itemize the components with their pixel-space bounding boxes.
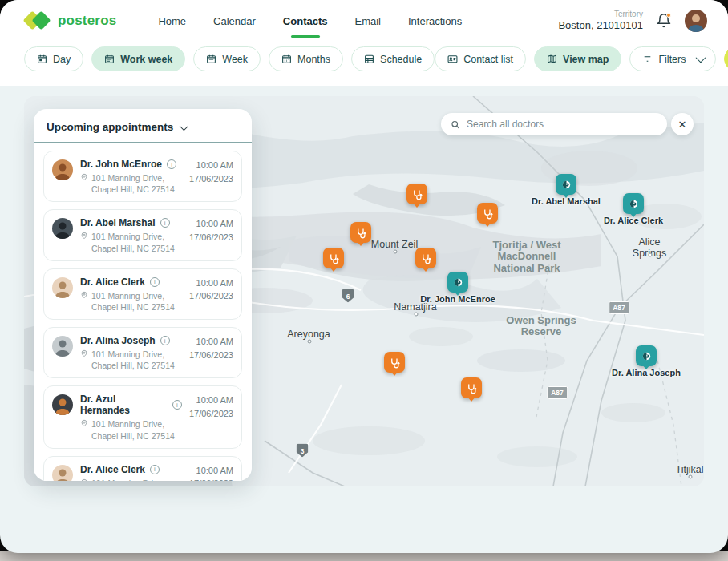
doctor-name: Dr. Alice Clerk xyxy=(80,276,145,288)
appointment-time: 10:00 AM xyxy=(189,276,233,290)
calendar-month-icon xyxy=(281,54,292,64)
day-view-button[interactable]: Day xyxy=(24,46,83,71)
toolbar-actions: Contact list View map Filters New appoin… xyxy=(435,46,728,71)
contact-list-button[interactable]: Contact list xyxy=(435,46,526,71)
user-avatar[interactable] xyxy=(685,10,707,32)
location-pin-icon xyxy=(80,349,88,357)
appointment-card[interactable]: Dr. Alice Clerk i 101 Manning Drive, Cha… xyxy=(43,268,242,320)
doctor-address: 101 Manning Drive, Chapel Hill, NC 27514 xyxy=(91,290,182,313)
doctor-avatar xyxy=(52,394,73,415)
appointment-time: 10:00 AM xyxy=(189,159,233,172)
appointment-date: 17/06/2023 xyxy=(189,172,233,186)
doctor-avatar xyxy=(52,277,73,298)
doctor-marker[interactable] xyxy=(636,345,657,366)
upcoming-appointments-panel: Upcoming appointments Dr. John McEnroe i… xyxy=(34,109,252,481)
appointment-date: 17/06/2023 xyxy=(189,477,233,481)
appointments-list: Dr. John McEnroe i 101 Manning Drive, Ch… xyxy=(34,143,252,481)
map-icon xyxy=(547,54,557,64)
location-pin-icon xyxy=(80,173,88,181)
doctor-address: 101 Manning Drive, Chapel Hill, NC 27514 xyxy=(91,231,182,253)
week-view-button[interactable]: Week xyxy=(193,46,261,71)
filters-button[interactable]: Filters xyxy=(629,46,716,71)
doctor-profile-icon xyxy=(452,276,464,289)
clinic-marker[interactable] xyxy=(415,248,436,268)
nav-item-interactions[interactable]: Interactions xyxy=(408,0,462,42)
search-input[interactable] xyxy=(467,119,657,130)
nav-item-email[interactable]: Email xyxy=(354,0,381,42)
view-switcher: Day Work week Week Months Schedule xyxy=(24,46,435,71)
nav-item-contacts[interactable]: Contacts xyxy=(283,0,328,42)
town-dot xyxy=(394,250,398,254)
doctor-marker[interactable] xyxy=(556,174,576,195)
doctor-marker[interactable] xyxy=(447,272,468,293)
doctor-profile-icon xyxy=(641,350,653,362)
brand-name: posteros xyxy=(58,13,116,29)
appointment-time: 10:00 AM xyxy=(189,394,233,407)
notification-dot xyxy=(666,13,671,18)
view-map-button[interactable]: View map xyxy=(534,46,621,71)
appointment-card[interactable]: Dr. Alice Clerk i 101 Manning Drive, Cha… xyxy=(43,456,242,481)
close-map-button[interactable]: ✕ xyxy=(671,113,694,135)
app-window: posteros Home Calendar Contacts Email In… xyxy=(0,0,728,553)
brand-logo-icon xyxy=(24,10,51,31)
appointment-card[interactable]: Dr. Azul Hernandes i 101 Manning Drive, … xyxy=(43,385,242,448)
stethoscope-icon xyxy=(411,188,423,200)
schedule-grid-icon xyxy=(364,54,374,64)
territory-info: Territory Boston, 21010101 xyxy=(558,10,643,33)
doctor-profile-icon xyxy=(560,179,572,191)
work-week-view-button[interactable]: Work week xyxy=(91,46,185,71)
info-icon[interactable]: i xyxy=(160,218,170,228)
stethoscope-icon xyxy=(482,208,494,220)
clinic-marker[interactable] xyxy=(477,203,498,224)
info-icon[interactable]: i xyxy=(160,336,170,345)
appointment-card[interactable]: Dr. John McEnroe i 101 Manning Drive, Ch… xyxy=(43,151,242,202)
clinic-marker[interactable] xyxy=(406,184,427,204)
doctor-address: 101 Manning Drive, Chapel Hill, NC 27514 xyxy=(91,418,182,441)
info-icon[interactable]: i xyxy=(172,400,182,410)
appointment-time: 10:00 AM xyxy=(189,217,233,231)
panel-header[interactable]: Upcoming appointments xyxy=(34,109,252,143)
months-view-button[interactable]: Months xyxy=(269,46,343,71)
appointment-time: 10:00 AM xyxy=(189,335,233,349)
appointment-date: 17/06/2023 xyxy=(189,231,233,244)
brand-logo[interactable]: posteros xyxy=(24,10,116,31)
search-icon xyxy=(451,119,460,130)
location-pin-icon xyxy=(80,419,88,427)
schedule-view-button[interactable]: Schedule xyxy=(351,46,435,71)
doctor-avatar xyxy=(52,159,73,180)
stethoscope-icon xyxy=(420,252,432,264)
town-dot xyxy=(649,253,653,257)
appointment-time: 10:00 AM xyxy=(189,464,233,478)
nav-item-calendar[interactable]: Calendar xyxy=(213,0,256,42)
notifications-bell-icon[interactable] xyxy=(656,13,672,29)
info-icon[interactable]: i xyxy=(167,159,176,169)
new-appointment-button[interactable]: New appointment xyxy=(724,46,728,71)
appointment-date: 17/06/2023 xyxy=(189,289,233,303)
doctor-avatar xyxy=(52,465,73,481)
stethoscope-icon xyxy=(389,357,401,369)
doctor-address: 101 Manning Drive, Chapel Hill, NC 27514 xyxy=(91,349,182,371)
clinic-marker[interactable] xyxy=(350,222,371,243)
doctor-avatar xyxy=(52,336,73,357)
location-pin-icon xyxy=(80,232,88,240)
doctor-address: 101 Manning Drive, Chapel Hill, NC 27514 xyxy=(91,478,182,481)
info-icon[interactable]: i xyxy=(150,277,160,287)
appointment-card[interactable]: Dr. Alina Joseph i 101 Manning Drive, Ch… xyxy=(43,327,242,378)
nav-item-home[interactable]: Home xyxy=(158,0,186,42)
appointment-card[interactable]: Dr. Abel Marshal i 101 Manning Drive, Ch… xyxy=(43,209,242,260)
main-nav: Home Calendar Contacts Email Interaction… xyxy=(158,0,462,42)
doctor-marker[interactable] xyxy=(623,193,644,214)
calendar-day-icon xyxy=(37,54,47,64)
main-content: Mount ZeilTjoritja / West MacDonnell Nat… xyxy=(0,86,728,547)
clinic-marker[interactable] xyxy=(323,248,344,268)
town-dot xyxy=(689,475,693,479)
chevron-down-icon xyxy=(180,121,188,130)
map-search-bar[interactable] xyxy=(441,113,667,135)
territory-value: Boston, 21010101 xyxy=(558,19,643,32)
stethoscope-icon xyxy=(328,252,340,264)
info-icon[interactable]: i xyxy=(150,465,160,474)
clinic-marker[interactable] xyxy=(384,352,405,373)
clinic-marker[interactable] xyxy=(461,377,482,398)
appointment-date: 17/06/2023 xyxy=(189,349,233,362)
stethoscope-icon xyxy=(355,227,367,239)
